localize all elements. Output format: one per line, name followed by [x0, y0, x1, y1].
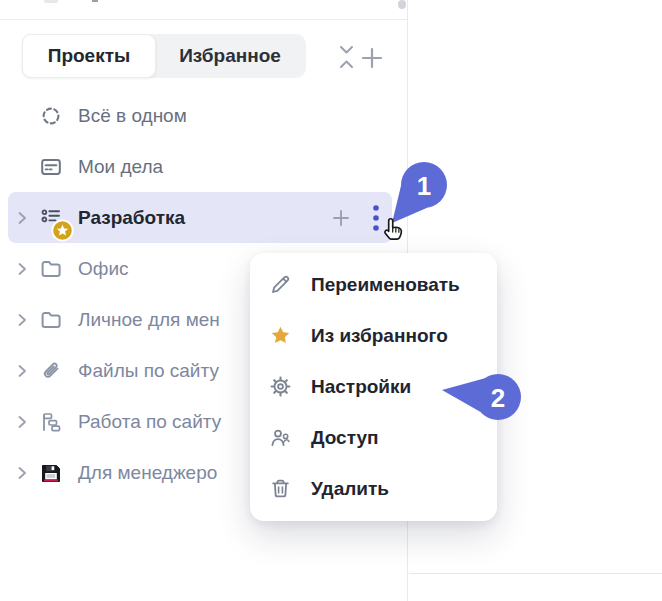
menu-item-label: Из избранного: [311, 325, 448, 347]
item-label: Личное для мен: [78, 309, 220, 331]
menu-item-label: Переименовать: [311, 274, 460, 296]
sync-circle-icon: [40, 105, 62, 127]
trash-icon: [270, 478, 291, 499]
item-label: Работа по сайту: [78, 411, 221, 433]
svg-text:1: 1: [417, 171, 431, 201]
chevron-right-icon[interactable]: [14, 261, 30, 277]
sidebar-item-all-in-one[interactable]: Всё в одном: [0, 90, 408, 141]
board-card-icon: [40, 156, 62, 178]
chevron-right-icon[interactable]: [14, 210, 30, 226]
gear-icon: [270, 376, 291, 397]
gantt-icon: [40, 411, 62, 433]
star-icon: [270, 325, 291, 346]
add-inside-icon[interactable]: [332, 209, 350, 227]
callout-badge-2: 2: [434, 370, 526, 426]
toolbar-fragment: [92, 0, 98, 2]
app-window: Проекты Избранное Всё в одном: [0, 0, 662, 601]
collapse-all-icon[interactable]: [337, 44, 356, 70]
divider: [0, 19, 408, 20]
favorite-star-badge: [51, 219, 74, 242]
chevron-right-icon[interactable]: [14, 312, 30, 328]
floppy-disk-icon: [40, 462, 62, 484]
scrollbar-thumb[interactable]: [398, 0, 406, 9]
task-list-star-icon: [40, 207, 62, 229]
menu-item-label: Настройки: [311, 376, 411, 398]
pencil-icon: [270, 274, 291, 295]
view-switcher: Проекты Избранное: [22, 34, 306, 78]
sidebar-item-development[interactable]: Разработка: [8, 192, 392, 243]
menu-item-rename[interactable]: Переименовать: [250, 259, 497, 310]
tab-favorites[interactable]: Избранное: [156, 34, 304, 78]
item-label: Файлы по сайту: [78, 360, 219, 382]
menu-item-delete[interactable]: Удалить: [250, 463, 497, 514]
item-label: Всё в одном: [78, 105, 187, 127]
folder-icon: [40, 309, 62, 331]
item-label: Для менеджеро: [78, 462, 217, 484]
tab-projects[interactable]: Проекты: [22, 34, 156, 78]
item-label: Мои дела: [78, 156, 163, 178]
kebab-menu-icon[interactable]: [372, 204, 380, 232]
folder-icon: [40, 258, 62, 280]
paperclip-icon: [40, 360, 62, 382]
item-label: Офис: [78, 258, 129, 280]
content-divider: [409, 573, 662, 574]
menu-item-label: Доступ: [311, 427, 379, 449]
item-label: Разработка: [78, 207, 185, 229]
chevron-right-icon[interactable]: [14, 465, 30, 481]
toolbar-fragment: [44, 0, 58, 3]
sidebar-item-my-tasks[interactable]: Мои дела: [0, 141, 408, 192]
menu-item-label: Удалить: [311, 478, 389, 500]
svg-text:2: 2: [491, 383, 505, 413]
menu-item-unfavorite[interactable]: Из избранного: [250, 310, 497, 361]
hand-pointer-cursor: [381, 217, 408, 246]
add-project-icon[interactable]: [359, 45, 385, 71]
chevron-right-icon[interactable]: [14, 414, 30, 430]
chevron-right-icon[interactable]: [14, 363, 30, 379]
people-icon: [270, 427, 291, 448]
